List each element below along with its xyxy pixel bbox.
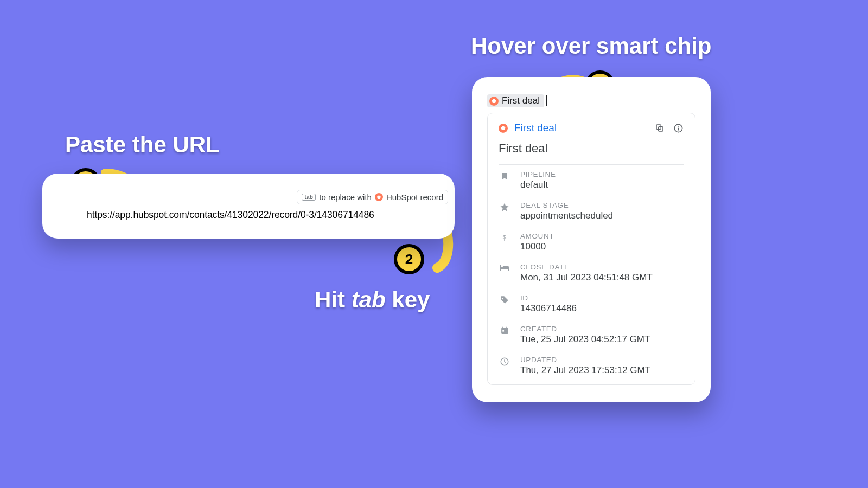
field-value: Mon, 31 Jul 2023 04:51:48 GMT: [520, 272, 653, 283]
copy-icon[interactable]: [654, 122, 666, 134]
tab-key-icon: tab: [302, 194, 316, 201]
field-deal-stage: DEAL STAGEappointmentscheduled: [499, 196, 684, 227]
field-label: UPDATED: [520, 356, 650, 364]
hint-mid-text: to replace with: [319, 192, 372, 202]
svg-rect-8: [506, 326, 507, 329]
field-close-date: CLOSE DATEMon, 31 Jul 2023 04:51:48 GMT: [499, 258, 684, 288]
callout-tab-pre: Hit: [315, 287, 352, 312]
hubspot-chip-icon: [489, 97, 499, 106]
svg-rect-7: [502, 326, 503, 329]
callout-paste-url: Paste the URL: [65, 131, 220, 158]
field-value: appointmentscheduled: [520, 210, 613, 221]
field-value: 10000: [520, 241, 554, 252]
hover-panel-header: First deal: [499, 122, 684, 134]
field-label: CLOSE DATE: [520, 263, 653, 271]
panel-link-title[interactable]: First deal: [514, 122, 647, 134]
field-value: default: [520, 179, 556, 190]
field-pipeline: PIPELINEdefault: [499, 165, 684, 196]
url-card: https://app.hubspot.com/contacts/4130202…: [42, 174, 455, 239]
hint-record-text: HubSpot record: [386, 192, 443, 202]
deal-name: First deal: [499, 142, 684, 165]
field-label: DEAL STAGE: [520, 201, 613, 209]
hubspot-icon: [375, 193, 383, 201]
tag-icon: [499, 295, 510, 305]
field-amount: AMOUNT10000: [499, 227, 684, 258]
field-value: Thu, 27 Jul 2023 17:53:12 GMT: [520, 365, 650, 376]
field-value: Tue, 25 Jul 2023 04:52:17 GMT: [520, 334, 650, 345]
star-icon: [499, 202, 510, 212]
field-label: AMOUNT: [520, 232, 554, 240]
step-badge-2: 2: [394, 244, 424, 274]
field-value: 14306714486: [520, 303, 577, 314]
callout-tab-post: key: [386, 287, 430, 312]
info-icon[interactable]: [672, 122, 684, 134]
tab-replace-hint[interactable]: tab to replace with HubSpot record: [297, 190, 448, 204]
field-label: CREATED: [520, 325, 650, 333]
dollar-icon: [499, 233, 510, 243]
field-updated: UPDATEDThu, 27 Jul 2023 17:53:12 GMT: [499, 350, 684, 381]
hover-panel: First deal First deal PIPELINEdefault DE…: [487, 113, 695, 385]
smart-chip-label: First deal: [502, 95, 540, 106]
callout-tab-key: tab: [352, 287, 386, 312]
clock-icon: [499, 357, 510, 367]
bookmark-icon: [499, 171, 510, 181]
smart-chip[interactable]: First deal: [487, 94, 544, 107]
bed-icon: [499, 264, 510, 272]
field-id: ID14306714486: [499, 288, 684, 319]
text-cursor: [546, 95, 547, 106]
field-label: PIPELINE: [520, 170, 556, 178]
field-created: CREATEDTue, 25 Jul 2023 04:52:17 GMT: [499, 319, 684, 350]
pasted-url-text[interactable]: https://app.hubspot.com/contacts/4130202…: [87, 209, 374, 221]
svg-point-4: [678, 126, 679, 127]
callout-hit-tab: Hit tab key: [315, 286, 430, 313]
preview-card: First deal First deal First deal PIPELIN…: [472, 77, 711, 402]
hubspot-header-icon: [499, 124, 508, 133]
calendar-icon: [499, 326, 510, 335]
callout-hover-chip: Hover over smart chip: [471, 33, 712, 60]
field-label: ID: [520, 294, 577, 302]
svg-rect-9: [502, 330, 504, 332]
